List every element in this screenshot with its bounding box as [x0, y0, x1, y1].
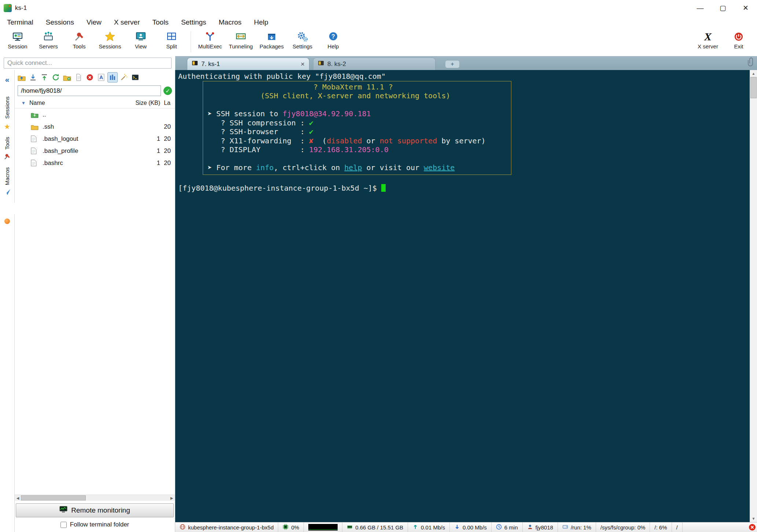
horizontal-scrollbar[interactable]: ◀ ▶ [15, 495, 175, 501]
monitoring-icon [59, 506, 67, 515]
download-arrow-icon [454, 524, 460, 531]
scroll-right-icon[interactable]: ▶ [169, 496, 175, 500]
status-uptime: 6 min [492, 522, 523, 532]
collapse-sidebar-icon[interactable]: « [5, 75, 10, 84]
file-row-ssh[interactable]: .ssh 20 [15, 121, 175, 133]
sftp-path-input[interactable] [18, 85, 161, 96]
terminal-tab-icon [192, 60, 198, 68]
terminal-scrollbar[interactable]: ▲ ▼ [750, 70, 757, 522]
app-icon [4, 4, 12, 12]
mobaxterm-banner-box: ? MobaXterm 11.1 ? (SSH client, X-server… [203, 81, 511, 175]
file-icon [31, 135, 40, 143]
menu-view[interactable]: View [80, 18, 108, 26]
file-row-bashrc[interactable]: .bashrc 1 20 [15, 157, 175, 169]
help-button[interactable]: ? Help [318, 30, 349, 49]
title-bar: ks-1 — ▢ ✕ [0, 0, 757, 16]
column-header-size[interactable]: Size (KB) [123, 100, 164, 106]
refresh-icon[interactable] [51, 72, 61, 82]
tools-button[interactable]: Tools [64, 30, 95, 49]
main-toolbar: Session Servers Tools Sessions View Spli… [0, 29, 757, 56]
delete-icon[interactable] [85, 72, 95, 82]
packages-button[interactable]: Packages [256, 30, 287, 49]
menu-settings[interactable]: Settings [175, 18, 213, 26]
menu-help[interactable]: Help [248, 18, 275, 26]
ram-icon [347, 524, 353, 531]
rail-tab-macros[interactable]: Macros [4, 167, 10, 185]
sftp-toolbar: A [15, 70, 175, 85]
tunneling-button[interactable]: Tunneling [225, 30, 256, 49]
view-icon [135, 30, 147, 43]
maximize-button[interactable]: ▢ [712, 0, 734, 16]
tab-ks-2[interactable]: 8. ks-2 [313, 58, 436, 70]
status-disk-cgroup: /sys/fs/cgroup: 0% [596, 522, 650, 532]
download-icon[interactable] [28, 72, 38, 82]
remote-monitoring-button[interactable]: Remote monitoring [16, 503, 174, 517]
tab-ks-1[interactable]: 7. ks-1 × [187, 58, 309, 70]
file-row-bash-logout[interactable]: .bash_logout 1 20 [15, 133, 175, 145]
file-row-up[interactable]: .. [15, 109, 175, 121]
tab-strip: 7. ks-1 × 8. ks-2 + [175, 56, 757, 70]
mobaxterm-ball-icon [4, 219, 10, 224]
tab-close-icon[interactable]: × [301, 61, 305, 67]
scroll-left-icon[interactable]: ◀ [15, 496, 21, 500]
follow-terminal-folder-label: Follow terminal folder [70, 521, 129, 528]
scrollbar-thumb[interactable] [21, 495, 86, 500]
magic-wand-icon[interactable] [119, 72, 129, 82]
session-button[interactable]: Session [2, 30, 33, 49]
exit-button[interactable]: Exit [723, 30, 754, 49]
new-file-icon[interactable] [73, 72, 84, 82]
status-graph [304, 522, 342, 532]
column-header-name[interactable]: Name [29, 100, 123, 106]
disk-icon [562, 524, 568, 531]
minimize-button[interactable]: — [689, 0, 712, 16]
statusbar-close-icon[interactable] [749, 524, 756, 532]
file-row-bash-profile[interactable]: .bash_profile 1 20 [15, 145, 175, 157]
xserver-button[interactable]: X X server [692, 30, 723, 49]
macros-paperplane-icon [4, 189, 11, 197]
settings-button[interactable]: Settings [287, 30, 318, 49]
menu-sessions[interactable]: Sessions [40, 18, 80, 26]
go-up-folder-icon[interactable] [16, 72, 27, 82]
view-button[interactable]: View [125, 30, 156, 49]
status-disk-more: / [672, 522, 683, 532]
sync-terminal-icon[interactable] [130, 72, 140, 82]
scroll-down-icon[interactable]: ▼ [750, 515, 757, 522]
new-tab-button[interactable]: + [445, 60, 460, 68]
column-header-modified[interactable]: La [164, 100, 175, 106]
path-ok-icon[interactable]: ✓ [163, 87, 172, 95]
rail-tab-sftp[interactable]: Sftp [0, 203, 88, 214]
menu-terminal[interactable]: Terminal [1, 18, 40, 26]
split-button[interactable]: Split [156, 30, 187, 49]
menu-macros[interactable]: Macros [213, 18, 248, 26]
quick-connect-input[interactable] [4, 58, 172, 69]
attachment-paperclip-icon[interactable] [747, 57, 754, 68]
new-folder-icon[interactable] [62, 72, 72, 82]
servers-button[interactable]: Servers [33, 30, 64, 49]
tree-expander-icon[interactable]: ▼ [21, 100, 29, 106]
rail-tab-tools[interactable]: Tools [4, 137, 10, 150]
multiexec-button[interactable]: MultiExec [195, 30, 225, 49]
user-icon [527, 524, 533, 531]
folder-up-icon [31, 111, 40, 118]
upload-icon[interactable] [39, 72, 49, 82]
scroll-up-icon[interactable]: ▲ [750, 70, 757, 77]
file-icon [31, 159, 40, 167]
sftp-path-row: ✓ [15, 85, 175, 98]
status-disk-run: /run: 1% [558, 522, 596, 532]
menu-xserver[interactable]: X server [108, 18, 146, 26]
menu-tools[interactable]: Tools [146, 18, 175, 26]
terminal[interactable]: Authenticating with public key "fjy8018@… [175, 70, 750, 522]
globe-icon [180, 524, 185, 531]
rail-tab-sessions[interactable]: Sessions [4, 96, 10, 119]
xserver-icon: X [702, 30, 714, 43]
sessions-button[interactable]: Sessions [95, 30, 125, 49]
follow-terminal-folder-checkbox[interactable] [60, 522, 67, 528]
tools-wrench-icon [4, 153, 11, 161]
encoding-icon[interactable]: A [96, 72, 106, 82]
scrollbar-thumb[interactable] [750, 77, 757, 98]
cpu-graph [308, 524, 338, 531]
close-button[interactable]: ✕ [734, 0, 757, 16]
exit-power-icon [732, 30, 745, 43]
session-icon [11, 30, 24, 43]
view-columns-icon[interactable] [107, 72, 118, 82]
